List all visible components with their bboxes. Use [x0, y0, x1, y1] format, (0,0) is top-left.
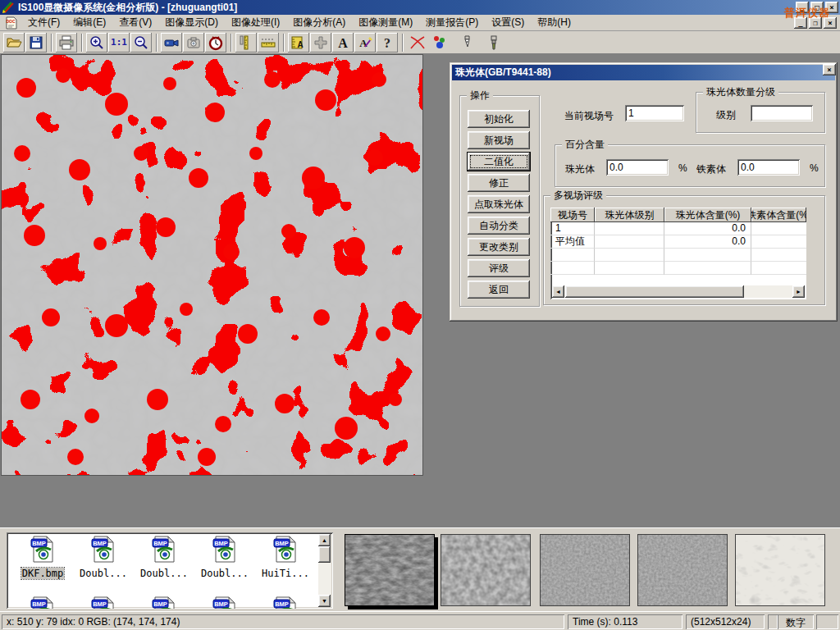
- menu-report[interactable]: 测量报告(P): [419, 14, 485, 31]
- ferrite-label: 铁素体: [696, 162, 726, 176]
- table-cell: 平均值: [550, 235, 595, 249]
- vendor-watermark: 普洱仪器: [784, 6, 830, 21]
- ruler-icon: [260, 34, 276, 51]
- menu-help[interactable]: 帮助(H): [531, 14, 578, 31]
- document-icon: DOC: [5, 16, 18, 30]
- thumbnail-image[interactable]: [441, 534, 531, 606]
- init-button[interactable]: 初始化: [468, 110, 530, 128]
- annotate-button[interactable]: A: [354, 33, 376, 52]
- menu-file[interactable]: 文件(F): [21, 14, 66, 31]
- app-icon: [2, 1, 15, 14]
- timer-button[interactable]: [205, 33, 226, 52]
- pen-tool-button[interactable]: [456, 33, 477, 52]
- menu-image-process[interactable]: 图像处理(I): [225, 14, 286, 31]
- video-capture-button[interactable]: [161, 33, 182, 52]
- thumbnail-image[interactable]: [637, 534, 728, 606]
- scale-calibrate-button[interactable]: A: [288, 33, 309, 52]
- scrollbar-thumb[interactable]: [318, 546, 331, 563]
- scroll-left-icon[interactable]: ◄: [552, 285, 564, 298]
- ferrite-percent-input[interactable]: [737, 159, 800, 176]
- dialog-title-bar[interactable]: 珠光体(GB/T9441-88): [452, 65, 835, 80]
- svg-text:A: A: [359, 37, 368, 49]
- caliper-measure-button[interactable]: [235, 33, 257, 52]
- scroll-up-icon[interactable]: ▲: [318, 534, 331, 546]
- pearlite-percent-input[interactable]: [606, 159, 669, 176]
- menu-image-analysis[interactable]: 图像分析(A): [286, 14, 352, 31]
- ruler-button[interactable]: [258, 33, 279, 52]
- correct-button[interactable]: 修正: [468, 174, 530, 192]
- menu-image-display[interactable]: 图像显示(D): [158, 14, 225, 31]
- toolbar-separator: [156, 34, 158, 52]
- text-icon: A: [335, 34, 351, 51]
- curve-cut-button[interactable]: [407, 33, 428, 52]
- binarize-button[interactable]: 二值化: [468, 153, 530, 171]
- annotate-icon: A: [357, 34, 373, 51]
- thumbnail-image[interactable]: [735, 534, 825, 606]
- file-list-scrollbar[interactable]: ▲ ▼: [318, 534, 331, 607]
- menu-image-measure[interactable]: 图像测量(M): [352, 14, 419, 31]
- table-horizontal-scrollbar[interactable]: ◄ ►: [552, 285, 805, 298]
- zoom-in-button[interactable]: [86, 33, 107, 52]
- file-name: DKF.bmp: [21, 568, 65, 579]
- scroll-down-icon[interactable]: ▼: [318, 595, 331, 607]
- grid-cross-button[interactable]: [310, 33, 331, 52]
- change-class-button[interactable]: 更改类别: [468, 238, 530, 256]
- help-button[interactable]: ?: [377, 33, 398, 52]
- file-item[interactable]: Doubl...: [135, 536, 194, 579]
- open-button[interactable]: [3, 33, 25, 52]
- menu-settings[interactable]: 设置(S): [485, 14, 531, 31]
- file-item[interactable]: DKF.bmp: [13, 536, 72, 579]
- pick-pearlite-button[interactable]: 点取珠光体: [468, 195, 530, 213]
- actual-size-button[interactable]: 1:1: [108, 33, 130, 52]
- metallograph-binary-image[interactable]: [2, 55, 422, 475]
- file-item[interactable]: [13, 596, 72, 609]
- status-spacer: [816, 614, 838, 629]
- table-row[interactable]: 1 0.0: [550, 222, 806, 235]
- thumbnail-image[interactable]: [345, 534, 435, 606]
- table-row[interactable]: 平均值 0.0: [550, 235, 806, 249]
- file-item[interactable]: [74, 596, 133, 609]
- file-item[interactable]: HuiTi...: [256, 536, 315, 579]
- menu-edit[interactable]: 编辑(E): [66, 14, 112, 31]
- bmp-file-icon: [273, 596, 298, 609]
- toolbar-separator: [231, 34, 232, 52]
- bmp-file-icon: [273, 536, 298, 564]
- file-item[interactable]: [195, 596, 254, 609]
- file-item[interactable]: Doubl...: [195, 536, 254, 579]
- color-points-button[interactable]: [429, 33, 450, 52]
- table-header-row: 视场号 珠光体级别 珠光体含量(%) 铁素体含量(%): [550, 208, 806, 222]
- table-header[interactable]: 铁素体含量(%): [751, 208, 806, 222]
- dialog-close-button[interactable]: ×: [823, 64, 836, 75]
- print-button[interactable]: [56, 33, 77, 52]
- camera-button[interactable]: [183, 33, 204, 52]
- dialog-title: 珠光体(GB/T9441-88): [455, 66, 551, 80]
- save-button[interactable]: [25, 33, 47, 52]
- scroll-right-icon[interactable]: ►: [792, 285, 805, 298]
- file-item[interactable]: [135, 596, 194, 609]
- zoom-out-button[interactable]: [130, 33, 152, 52]
- multifield-group-label: 多视场评级: [550, 189, 606, 201]
- table-header[interactable]: 珠光体级别: [595, 208, 664, 222]
- file-list[interactable]: DKF.bmp Doubl... Doubl... Doubl... HuiTi…: [7, 532, 333, 609]
- ferrite-unit: %: [810, 162, 819, 174]
- thumbnail-image[interactable]: [540, 534, 630, 606]
- svg-text:DOC: DOC: [6, 19, 16, 24]
- rate-button[interactable]: 评级: [468, 259, 530, 277]
- file-item[interactable]: [256, 596, 315, 609]
- current-field-input[interactable]: [625, 105, 684, 121]
- auto-classify-button[interactable]: 自动分类: [468, 217, 530, 235]
- grade-input[interactable]: [751, 105, 813, 121]
- file-item[interactable]: Doubl...: [74, 536, 133, 579]
- grid-cross-icon: [313, 34, 329, 51]
- table-header[interactable]: 视场号: [550, 208, 595, 222]
- table-header[interactable]: 珠光体含量(%): [664, 208, 751, 222]
- grade-group-label: 珠光体数量分级: [703, 86, 778, 98]
- file-name: Doubl...: [79, 568, 128, 579]
- table-row: [550, 249, 806, 262]
- return-button[interactable]: 返回: [468, 281, 530, 299]
- menu-view[interactable]: 查看(V): [112, 14, 158, 31]
- new-field-button[interactable]: 新视场: [468, 131, 530, 149]
- scrollbar-thumb[interactable]: [565, 285, 744, 298]
- brush-tool-button[interactable]: [483, 33, 504, 52]
- text-tool-button[interactable]: A: [332, 33, 354, 52]
